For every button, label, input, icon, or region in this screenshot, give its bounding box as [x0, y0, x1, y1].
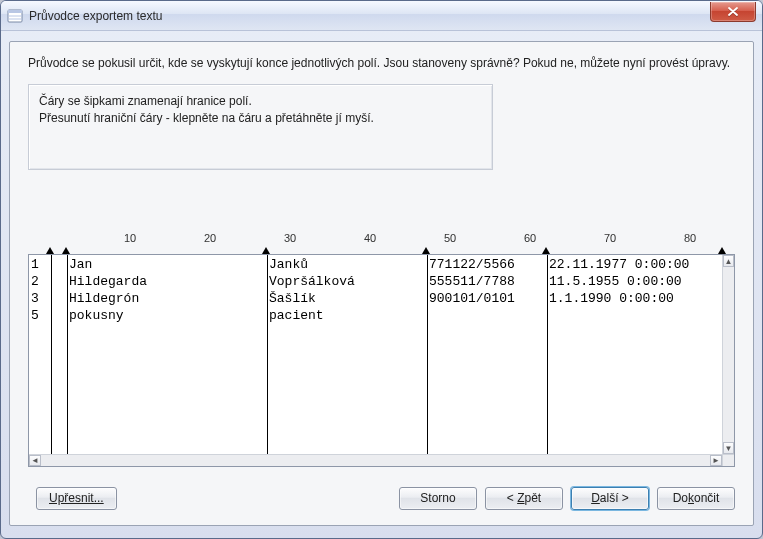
- cell: 1.1.1990 0:00:00: [547, 291, 674, 308]
- ruler-arrows[interactable]: [28, 246, 723, 254]
- cancel-button[interactable]: Storno: [399, 487, 477, 510]
- ruler[interactable]: 1020304050607080: [28, 232, 735, 254]
- scroll-down-button[interactable]: ▼: [723, 442, 734, 454]
- break-arrow[interactable]: [718, 247, 726, 254]
- svg-rect-1: [8, 10, 22, 13]
- help-line-2: Přesunutí hraniční čáry - klepněte na čá…: [39, 110, 482, 127]
- break-arrow[interactable]: [46, 247, 54, 254]
- data-grid[interactable]: 1235 JanJanků771122/556622.11.1977 0:00:…: [28, 254, 735, 467]
- ruler-mark: 30: [284, 232, 296, 244]
- cell: Janků: [267, 257, 308, 274]
- column-break-line[interactable]: [51, 255, 52, 454]
- back-button[interactable]: < Zpět: [485, 487, 563, 510]
- help-line-1: Čáry se šipkami znamenají hranice polí.: [39, 93, 482, 110]
- scroll-left-button[interactable]: ◄: [29, 455, 41, 466]
- ruler-mark: 50: [444, 232, 456, 244]
- cell: Hildegrón: [67, 291, 139, 308]
- close-button[interactable]: [710, 2, 756, 22]
- row-number: 1: [29, 257, 51, 274]
- break-arrow[interactable]: [262, 247, 270, 254]
- scroll-right-button[interactable]: ►: [710, 455, 722, 466]
- ruler-mark: 80: [684, 232, 696, 244]
- ruler-mark: 10: [124, 232, 136, 244]
- cell: Šašlík: [267, 291, 316, 308]
- cell: pokusny: [67, 308, 124, 325]
- break-arrow[interactable]: [422, 247, 430, 254]
- data-area[interactable]: JanJanků771122/556622.11.1977 0:00:00111…: [51, 255, 722, 454]
- horizontal-scrollbar[interactable]: ◄ ►: [29, 454, 722, 466]
- cell: Vopršálková: [267, 274, 355, 291]
- cell: 771122/5566: [427, 257, 515, 274]
- button-row: Upřesnit... Storno < Zpět Další > Dokonč…: [28, 485, 735, 511]
- cell: 555511/7788: [427, 274, 515, 291]
- row-number: 5: [29, 308, 51, 325]
- cell: 900101/0101: [427, 291, 515, 308]
- client-area: Průvodce se pokusil určit, kde se vyskyt…: [9, 41, 754, 526]
- row-number: 3: [29, 291, 51, 308]
- intro-text: Průvodce se pokusil určit, kde se vyskyt…: [28, 56, 735, 70]
- cell: Jan: [67, 257, 92, 274]
- ruler-mark: 70: [604, 232, 616, 244]
- finish-button[interactable]: Dokončit: [657, 487, 735, 510]
- row-numbers: 1235: [29, 255, 51, 454]
- cell: pacient: [267, 308, 324, 325]
- vertical-scrollbar[interactable]: ▲ ▼: [722, 255, 734, 454]
- app-icon: [7, 8, 23, 24]
- preview-area: 1020304050607080 1235 JanJanků771122/556…: [28, 232, 735, 467]
- cell: Hildegarda: [67, 274, 147, 291]
- break-arrow[interactable]: [542, 247, 550, 254]
- cell: [547, 308, 549, 325]
- cell: 11.5.1955 0:00:00: [547, 274, 682, 291]
- titlebar[interactable]: Průvodce exportem textu: [1, 1, 762, 31]
- window-title: Průvodce exportem textu: [29, 9, 162, 23]
- advanced-button[interactable]: Upřesnit...: [36, 487, 117, 510]
- break-arrow[interactable]: [62, 247, 70, 254]
- cell: [427, 308, 429, 325]
- cell: 22.11.1977 0:00:00: [547, 257, 689, 274]
- ruler-mark: 20: [204, 232, 216, 244]
- scroll-up-button[interactable]: ▲: [723, 255, 734, 267]
- help-box: Čáry se šipkami znamenají hranice polí. …: [28, 84, 493, 170]
- ruler-mark: 60: [524, 232, 536, 244]
- row-number: 2: [29, 274, 51, 291]
- ruler-mark: 40: [364, 232, 376, 244]
- scroll-corner: [722, 454, 734, 466]
- next-button[interactable]: Další >: [571, 487, 649, 510]
- wizard-window: Průvodce exportem textu Průvodce se poku…: [0, 0, 763, 539]
